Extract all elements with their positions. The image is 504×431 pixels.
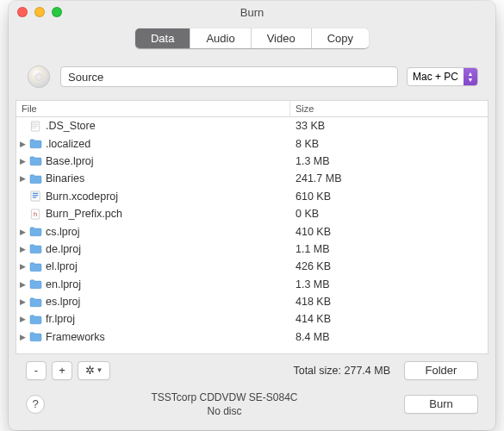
table-row[interactable]: ▶Frameworks8.4 MB bbox=[16, 328, 488, 346]
file-size: 418 KB bbox=[290, 296, 488, 308]
svg-rect-4 bbox=[30, 191, 39, 201]
folder-icon bbox=[28, 242, 42, 256]
table-row[interactable]: ▶Burn.xcodeproj610 KB bbox=[16, 188, 488, 205]
table-row[interactable]: ▶cs.lproj410 KB bbox=[16, 222, 488, 240]
svg-rect-6 bbox=[32, 195, 38, 196]
folder-icon bbox=[28, 225, 42, 239]
file-name: Burn.xcodeproj bbox=[46, 191, 118, 203]
mode-tabs: DataAudioVideoCopy bbox=[9, 23, 495, 57]
disclosure-triangle-icon[interactable]: ▶ bbox=[16, 228, 28, 236]
format-select-label: Mac + PC bbox=[413, 71, 464, 83]
tab-video[interactable]: Video bbox=[252, 28, 312, 48]
svg-point-2 bbox=[37, 75, 40, 78]
table-header: File Size bbox=[16, 100, 488, 117]
file-name: Burn_Prefix.pch bbox=[46, 208, 122, 220]
format-select[interactable]: Mac + PC ▲▼ bbox=[407, 67, 478, 86]
file-size: 1.1 MB bbox=[290, 243, 488, 255]
file-size: 8.4 MB bbox=[290, 331, 488, 343]
disclosure-triangle-icon[interactable]: ▶ bbox=[16, 297, 28, 306]
file-name: es.lproj bbox=[46, 296, 80, 308]
disclosure-triangle-icon[interactable]: ▶ bbox=[16, 157, 28, 166]
folder-icon bbox=[28, 137, 42, 151]
table-row[interactable]: ▶Base.lproj1.3 MB bbox=[16, 153, 488, 170]
file-size: 1.3 MB bbox=[290, 155, 488, 167]
disclosure-triangle-icon[interactable]: ▶ bbox=[16, 262, 28, 271]
minimize-icon[interactable] bbox=[34, 7, 45, 17]
folder-icon bbox=[28, 312, 42, 326]
file-size: 414 KB bbox=[290, 313, 488, 325]
file-name: .DS_Store bbox=[46, 120, 96, 132]
file-name: cs.lproj bbox=[46, 226, 80, 238]
status-bar: ? TSSTcorp CDDVDW SE-S084C No disc Burn bbox=[9, 385, 495, 430]
help-button[interactable]: ? bbox=[26, 395, 45, 414]
file-name: de.lproj bbox=[46, 243, 81, 255]
disclosure-triangle-icon[interactable]: ▶ bbox=[16, 315, 28, 323]
disclosure-triangle-icon[interactable]: ▶ bbox=[16, 245, 28, 253]
tab-audio[interactable]: Audio bbox=[190, 28, 251, 48]
chevron-down-icon: ▼ bbox=[96, 367, 103, 374]
file-size: 8 KB bbox=[290, 138, 488, 150]
file-size: 33 KB bbox=[290, 120, 488, 132]
file-name: Frameworks bbox=[46, 331, 105, 343]
svg-text:h: h bbox=[33, 210, 36, 218]
tab-copy[interactable]: Copy bbox=[312, 28, 369, 48]
window-title: Burn bbox=[9, 6, 495, 19]
disclosure-triangle-icon[interactable]: ▶ bbox=[16, 333, 28, 341]
close-icon[interactable] bbox=[17, 7, 28, 17]
svg-rect-5 bbox=[32, 193, 38, 194]
file-table: File Size ▶.DS_Store33 KB▶.localized8 KB… bbox=[16, 100, 488, 354]
window-controls bbox=[17, 7, 62, 17]
table-row[interactable]: ▶hBurn_Prefix.pch0 KB bbox=[16, 205, 488, 222]
disclosure-triangle-icon[interactable]: ▶ bbox=[16, 174, 28, 183]
toolbar: - + ✲ ▼ Total size: 277.4 MB Folder bbox=[9, 354, 495, 385]
column-size[interactable]: Size bbox=[290, 101, 488, 116]
source-row: Mac + PC ▲▼ bbox=[9, 57, 495, 100]
file-size: 1.3 MB bbox=[290, 278, 488, 290]
folder-icon bbox=[28, 259, 42, 273]
zoom-icon[interactable] bbox=[52, 7, 62, 17]
total-size-label: Total size: 277.4 MB bbox=[293, 365, 390, 377]
table-row[interactable]: ▶.localized8 KB bbox=[16, 134, 488, 152]
file-name: en.lproj bbox=[46, 278, 81, 290]
svg-rect-7 bbox=[32, 197, 36, 198]
disclosure-triangle-icon[interactable]: ▶ bbox=[16, 280, 28, 289]
file-size: 410 KB bbox=[290, 226, 488, 238]
table-row[interactable]: ▶en.lproj1.3 MB bbox=[16, 276, 488, 293]
file-name: Base.lproj bbox=[46, 155, 94, 167]
folder-icon bbox=[28, 330, 42, 344]
remove-button[interactable]: - bbox=[26, 361, 47, 380]
file-size: 610 KB bbox=[290, 191, 488, 203]
file-name: .localized bbox=[46, 138, 90, 150]
table-row[interactable]: ▶el.lproj426 KB bbox=[16, 258, 488, 275]
folder-icon bbox=[28, 295, 42, 309]
tab-data[interactable]: Data bbox=[135, 28, 190, 48]
file-size: 241.7 MB bbox=[290, 172, 488, 184]
device-name: TSSTcorp CDDVDW SE-S084C bbox=[55, 390, 394, 404]
file-name: fr.lproj bbox=[46, 313, 75, 325]
stepper-icon: ▲▼ bbox=[464, 67, 477, 86]
proj-icon bbox=[28, 190, 42, 203]
file-size: 426 KB bbox=[290, 260, 488, 272]
gear-icon: ✲ bbox=[85, 365, 95, 376]
burn-button[interactable]: Burn bbox=[404, 395, 478, 414]
folder-icon bbox=[28, 278, 42, 291]
table-row[interactable]: ▶Binaries241.7 MB bbox=[16, 170, 488, 187]
hfile-icon: h bbox=[28, 207, 42, 221]
folder-icon bbox=[28, 172, 42, 185]
table-row[interactable]: ▶fr.lproj414 KB bbox=[16, 310, 488, 328]
folder-icon bbox=[28, 154, 42, 168]
disc-icon bbox=[26, 64, 52, 90]
table-row[interactable]: ▶.DS_Store33 KB bbox=[16, 117, 488, 134]
titlebar: Burn bbox=[9, 1, 495, 23]
table-row[interactable]: ▶es.lproj418 KB bbox=[16, 293, 488, 310]
folder-button[interactable]: Folder bbox=[404, 361, 478, 380]
disclosure-triangle-icon[interactable]: ▶ bbox=[16, 140, 28, 148]
add-button[interactable]: + bbox=[52, 361, 72, 380]
file-name: el.lproj bbox=[46, 260, 78, 272]
column-file[interactable]: File bbox=[16, 101, 290, 116]
device-status: TSSTcorp CDDVDW SE-S084C No disc bbox=[55, 390, 394, 418]
table-row[interactable]: ▶de.lproj1.1 MB bbox=[16, 240, 488, 258]
options-button[interactable]: ✲ ▼ bbox=[78, 361, 110, 380]
device-disc-status: No disc bbox=[55, 404, 394, 418]
source-input[interactable] bbox=[60, 66, 398, 87]
